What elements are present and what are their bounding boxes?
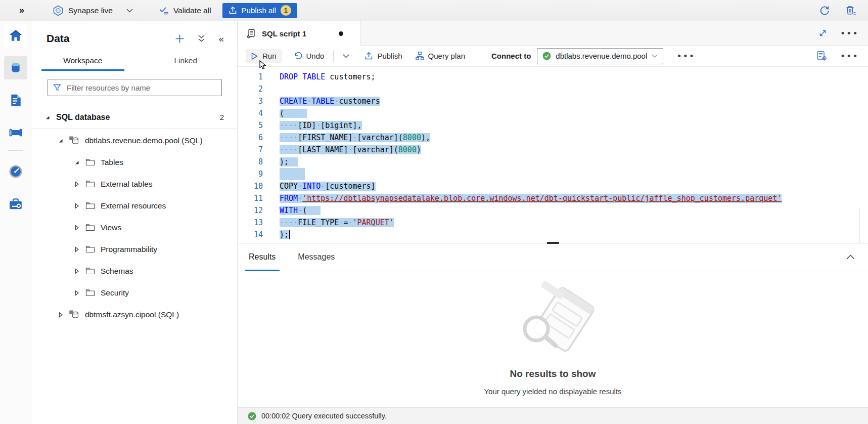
- tree-item-dbtlabs-revenue-demo-pool-sql[interactable]: dbtlabs.revenue.demo.pool (SQL): [31, 130, 237, 151]
- nav-develop[interactable]: [4, 89, 27, 112]
- filter-box[interactable]: [48, 79, 222, 96]
- line-number: 8: [238, 156, 263, 168]
- nav-integrate[interactable]: [4, 121, 27, 144]
- tree-item-label: Programmability: [101, 245, 157, 254]
- query-plan-button[interactable]: Query plan: [410, 49, 470, 63]
- sql-pool-database-icon: [69, 136, 79, 145]
- connect-to-label: Connect to: [491, 52, 531, 60]
- refresh-icon[interactable]: [819, 5, 830, 16]
- tree-item-label: Security: [101, 288, 129, 298]
- chevron-down-icon[interactable]: [126, 9, 133, 13]
- line-number: 14: [238, 229, 263, 241]
- pool-selector-dropdown[interactable]: dbtlabs.revenue.demo.pool: [537, 48, 663, 64]
- synapse-logo-icon: [53, 5, 64, 16]
- integrate-icon: [9, 126, 23, 139]
- run-button[interactable]: Run: [246, 49, 282, 63]
- rail-divider: [8, 150, 23, 151]
- collapsed-arrow-icon[interactable]: [74, 290, 81, 296]
- splitter-handle[interactable]: [547, 242, 559, 244]
- code-line: 4(: [238, 107, 868, 119]
- results-panel-body: No results to show Your query yielded no…: [238, 271, 868, 407]
- run-label: Run: [262, 52, 277, 60]
- editor-tabstrip: SQL script 1 • • •: [238, 21, 868, 46]
- home-icon: [9, 29, 22, 41]
- tree-item-label: Schemas: [101, 267, 133, 276]
- no-results-illustration-icon: [510, 279, 596, 355]
- properties-icon[interactable]: [817, 51, 827, 61]
- code-line: 10COPY·INTO·[customers]: [238, 180, 868, 192]
- collapse-all-icon[interactable]: [198, 34, 205, 43]
- tab-results[interactable]: Results: [245, 243, 280, 271]
- pool-chevron-down-icon: [652, 54, 658, 58]
- tab-messages[interactable]: Messages: [294, 243, 339, 271]
- main-workarea: SQL script 1 • • • Run Undo: [238, 21, 868, 424]
- tab-linked[interactable]: Linked: [134, 51, 238, 71]
- tree-item-dbtmsft-azsyn-cipool-sql[interactable]: dbtmsft.azsyn.cipool (SQL): [31, 304, 237, 325]
- tab-workspace[interactable]: Workspace: [31, 51, 134, 71]
- collapsed-arrow-icon[interactable]: [74, 246, 81, 252]
- tab-sql-script-1[interactable]: SQL script 1: [238, 21, 361, 46]
- tree-item-schemas[interactable]: Schemas: [31, 260, 237, 282]
- mode-selector[interactable]: Synapse live: [53, 5, 133, 16]
- collapsed-arrow-icon[interactable]: [74, 268, 81, 274]
- expanded-arrow-icon[interactable]: [44, 114, 52, 120]
- empty-results-title: No results to show: [510, 368, 596, 379]
- nav-home[interactable]: [4, 24, 27, 47]
- publish-button[interactable]: Publish: [359, 49, 407, 63]
- collapsed-arrow-icon[interactable]: [58, 312, 65, 318]
- publish-label: Publish: [377, 52, 402, 60]
- publish-all-button[interactable]: Publish all 1: [222, 3, 297, 18]
- sql-script-icon: [247, 29, 256, 38]
- collapse-pane-icon[interactable]: «: [218, 34, 224, 44]
- filter-input[interactable]: [66, 83, 216, 93]
- expand-menu-icon[interactable]: »: [19, 5, 24, 16]
- tree-item-sql-database[interactable]: SQL database2: [31, 106, 237, 129]
- tree-item-external-resources[interactable]: External resources: [31, 195, 237, 217]
- line-number: 7: [238, 144, 263, 156]
- folder-icon: [85, 158, 95, 166]
- tree-item-label: dbtlabs.revenue.demo.pool (SQL): [85, 136, 203, 145]
- tree-item-external-tables[interactable]: External tables: [31, 173, 237, 195]
- manage-icon: [9, 197, 23, 210]
- collapsed-arrow-icon[interactable]: [74, 181, 81, 187]
- expanded-arrow-icon[interactable]: [58, 138, 65, 144]
- editor-scrollbar-track: [859, 208, 860, 243]
- line-number: 5: [238, 119, 263, 132]
- collapsed-arrow-icon[interactable]: [74, 203, 81, 209]
- tree-item-programmability[interactable]: Programmability: [31, 238, 237, 260]
- code-lines: 1DROP TABLE customers;23CREATE·TABLE·cus…: [238, 71, 868, 241]
- tree-item-label: Views: [101, 223, 121, 232]
- code-line: 6····[FIRST_NAME]·[varchar](8000),: [238, 132, 868, 144]
- data-panel-tabs: Workspace Linked: [31, 51, 237, 71]
- tree-item-security[interactable]: Security: [31, 282, 237, 304]
- line-number: 6: [238, 132, 263, 144]
- discard-trash-icon[interactable]: [845, 5, 857, 16]
- tree-item-label: Tables: [101, 158, 123, 167]
- tree-item-views[interactable]: Views: [31, 217, 237, 238]
- undo-button[interactable]: Undo: [289, 49, 330, 63]
- app-navigation-rail: [0, 21, 31, 424]
- expanded-arrow-icon[interactable]: [74, 159, 81, 165]
- nav-data[interactable]: [4, 56, 27, 79]
- expand-editor-icon[interactable]: [818, 29, 827, 37]
- nav-monitor[interactable]: [4, 160, 27, 183]
- editor-tab-title: SQL script 1: [262, 29, 306, 38]
- line-number: 3: [238, 95, 263, 107]
- folder-icon: [85, 289, 95, 296]
- tree-item-tables[interactable]: Tables: [31, 151, 237, 173]
- undo-redo-dropdown-icon[interactable]: [338, 52, 354, 61]
- validate-all-button[interactable]: Validate all: [159, 6, 211, 15]
- collapsed-arrow-icon[interactable]: [74, 225, 81, 231]
- publish-upload-icon: [229, 6, 237, 15]
- validate-icon: [159, 7, 169, 15]
- pool-name: dbtlabs.revenue.demo.pool: [556, 52, 647, 60]
- tree-item-label: dbtmsft.azsyn.cipool (SQL): [85, 310, 179, 319]
- collapse-results-chevron-icon[interactable]: [846, 255, 855, 260]
- run-play-icon: [251, 52, 258, 60]
- line-number: 4: [238, 107, 263, 119]
- pool-status-check-icon: [542, 52, 551, 60]
- add-resource-icon[interactable]: [175, 34, 185, 44]
- publish-count-badge: 1: [281, 5, 291, 16]
- sql-code-editor[interactable]: 1DROP TABLE customers;23CREATE·TABLE·cus…: [238, 67, 868, 243]
- nav-manage[interactable]: [4, 192, 27, 216]
